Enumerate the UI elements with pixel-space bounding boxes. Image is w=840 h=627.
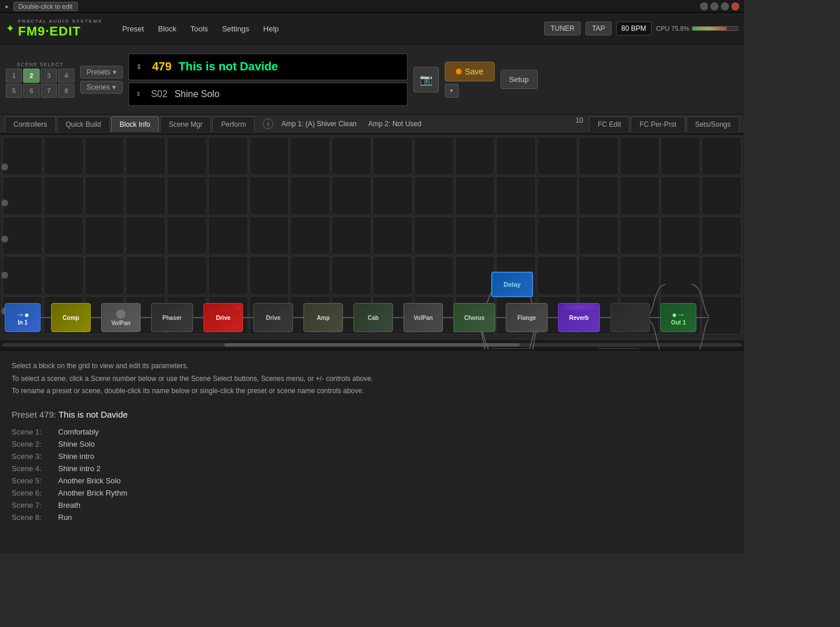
scene-btn-1[interactable]: 1 [6, 69, 22, 83]
grid-cell[interactable] [578, 256, 619, 294]
grid-cell[interactable] [167, 256, 207, 294]
drive2-block[interactable]: Drive [253, 303, 293, 332]
scene-6-value[interactable]: Another Brick Rythm [58, 489, 127, 497]
reverb-block[interactable]: Reverb [558, 303, 600, 332]
grid-cell[interactable] [167, 137, 207, 175]
grid-cell[interactable] [702, 256, 742, 294]
save-button[interactable]: Save [445, 62, 495, 81]
grid-cell[interactable] [414, 256, 454, 294]
grid-cell[interactable] [44, 137, 84, 175]
left-arrow-4[interactable] [1, 272, 8, 279]
grid-cell[interactable] [620, 176, 660, 215]
grid-cell[interactable] [331, 256, 371, 294]
drive1-block[interactable]: ··· Drive [203, 303, 243, 332]
phaser-block[interactable]: Phaser [151, 303, 193, 332]
grid-cell[interactable] [373, 137, 413, 175]
grid-cell[interactable] [85, 137, 125, 175]
left-arrow-1[interactable] [1, 163, 8, 170]
reverb-bottom-block[interactable]: Reverb [598, 348, 639, 350]
grid-cell[interactable] [85, 216, 125, 255]
grid-cell[interactable] [44, 176, 84, 215]
grid-cell[interactable] [208, 176, 248, 215]
grid-cell[interactable] [126, 176, 166, 215]
tab-fcedit[interactable]: FC Edit [589, 116, 630, 132]
left-arrow-2[interactable] [1, 200, 8, 206]
scene-btn-5[interactable]: 5 [6, 84, 22, 98]
tab-controllers[interactable]: Controllers [5, 116, 56, 132]
grid-cell[interactable] [537, 216, 577, 255]
grid-cell[interactable] [290, 176, 330, 215]
grid-cell[interactable] [249, 216, 289, 255]
scene-7-value[interactable]: Breath [58, 501, 80, 510]
grid-cell[interactable] [414, 216, 454, 255]
scrollbar-thumb[interactable] [224, 343, 520, 347]
scene-btn-7[interactable]: 7 [41, 84, 57, 98]
grid-cell[interactable] [85, 256, 125, 294]
grid-cell[interactable] [496, 176, 536, 215]
grid-cell[interactable] [331, 137, 371, 175]
grid-cell[interactable] [496, 216, 536, 255]
cab-block[interactable]: Cab [353, 303, 393, 332]
scene-btn-3[interactable]: 3 [41, 69, 57, 83]
scene-3-value[interactable]: Shine intro [58, 452, 94, 461]
grid-cell[interactable] [455, 137, 495, 175]
scene-8-value[interactable]: Run [58, 513, 72, 522]
delay-top-block[interactable]: Delay [491, 272, 533, 297]
nav-preset[interactable]: Preset [120, 23, 146, 34]
tab-quickbuild[interactable]: Quick Build [57, 116, 110, 132]
grid-cell[interactable] [537, 256, 577, 294]
grid-cell[interactable] [44, 216, 84, 255]
grid-cell[interactable] [2, 176, 42, 215]
grid-cell[interactable] [496, 137, 536, 175]
scenes-dropdown[interactable]: Scenes ▾ [80, 81, 123, 94]
nav-settings[interactable]: Settings [220, 23, 252, 34]
nav-block[interactable]: Block [156, 23, 179, 34]
nav-tools[interactable]: Tools [188, 23, 210, 34]
grid-cell[interactable] [249, 137, 289, 175]
grid-cell[interactable] [537, 176, 577, 215]
grid-cell[interactable] [208, 216, 248, 255]
nav-help[interactable]: Help [261, 23, 281, 34]
grid-cell[interactable] [660, 137, 700, 175]
grid-cell[interactable] [414, 176, 454, 215]
grid-cell[interactable] [290, 137, 330, 175]
grid-cell[interactable] [44, 256, 84, 294]
grid-cell[interactable] [167, 216, 207, 255]
flange-block[interactable]: Flange [506, 303, 548, 332]
grid-cell[interactable] [373, 176, 413, 215]
grid-cell[interactable] [702, 216, 742, 255]
grid-cell[interactable] [126, 137, 166, 175]
grid-cell[interactable] [126, 216, 166, 255]
scene-5-value[interactable]: Another Brick Solo [58, 476, 121, 485]
scene-btn-6[interactable]: 6 [23, 84, 40, 98]
grid-cell[interactable] [414, 137, 454, 175]
grid-cell[interactable] [620, 137, 660, 175]
grid-cell[interactable] [578, 216, 619, 255]
empty-block[interactable] [610, 303, 650, 332]
grid-cell[interactable] [660, 216, 700, 255]
presets-dropdown[interactable]: Presets ▾ [80, 66, 123, 79]
grid-cell[interactable] [249, 176, 289, 215]
amp-block[interactable]: Amp [303, 303, 343, 332]
grid-cell[interactable] [249, 256, 289, 294]
info-icon[interactable]: i [263, 119, 273, 129]
minimize-btn[interactable] [700, 2, 708, 10]
grid-cell[interactable] [208, 256, 248, 294]
scene-btn-2[interactable]: 2 [23, 69, 40, 83]
grid-cell[interactable] [620, 256, 660, 294]
grid-cell[interactable] [455, 216, 495, 255]
delay-bottom-block[interactable]: Delay [491, 348, 533, 350]
grid-cell[interactable] [455, 256, 495, 294]
tap-button[interactable]: TAP [585, 22, 611, 35]
grid-cell[interactable] [373, 256, 413, 294]
setup-button[interactable]: Setup [501, 70, 538, 89]
chorus-block[interactable]: Chorus [453, 303, 495, 332]
scrollbar-track[interactable] [2, 343, 742, 347]
scene-2-value[interactable]: Shine Solo [58, 440, 95, 448]
out1-block[interactable]: ●→ Out 1 [660, 303, 696, 332]
tab-perform[interactable]: Perform [212, 116, 255, 132]
grid-cell[interactable] [620, 216, 660, 255]
grid-cell[interactable] [331, 176, 371, 215]
grid-cell[interactable] [167, 176, 207, 215]
maximize-btn[interactable] [721, 2, 729, 10]
